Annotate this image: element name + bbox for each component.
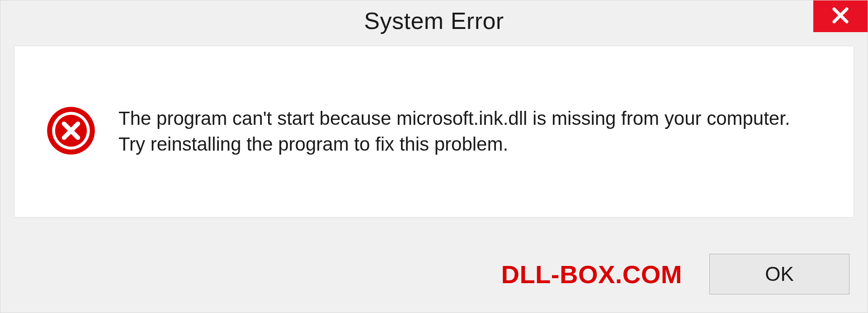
close-icon bbox=[830, 5, 851, 28]
dialog-footer: DLL-BOX.COM OK bbox=[0, 247, 868, 301]
error-dialog: System Error The program can't start bec… bbox=[0, 0, 868, 313]
watermark-text: DLL-BOX.COM bbox=[501, 260, 682, 289]
content-panel: The program can't start because microsof… bbox=[14, 46, 854, 218]
ok-button-label: OK bbox=[765, 263, 794, 285]
titlebar: System Error bbox=[0, 0, 868, 41]
error-message: The program can't start because microsof… bbox=[118, 106, 797, 157]
error-icon bbox=[46, 106, 96, 157]
close-button[interactable] bbox=[813, 0, 868, 32]
dialog-title: System Error bbox=[364, 7, 504, 34]
ok-button[interactable]: OK bbox=[709, 254, 849, 294]
